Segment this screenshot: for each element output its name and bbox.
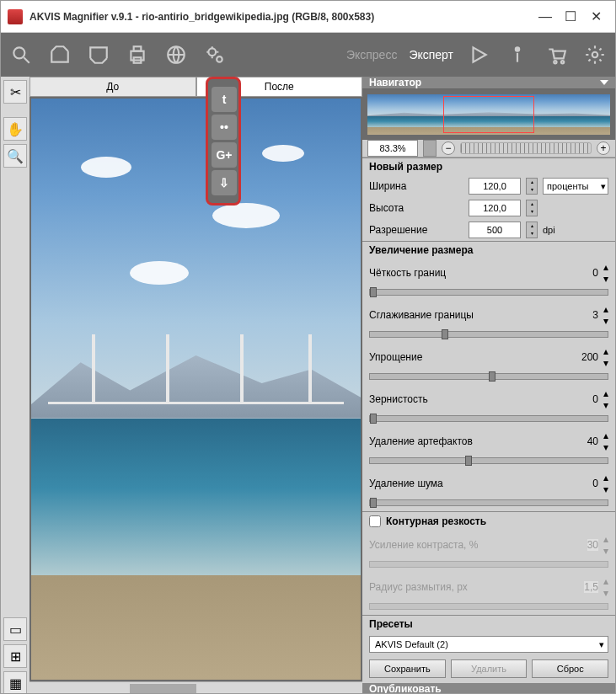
print-icon[interactable] <box>124 41 151 68</box>
save-preset-button[interactable]: Сохранить <box>369 659 446 678</box>
share-twitter-icon[interactable]: t <box>212 87 237 112</box>
artifact-slider[interactable] <box>369 457 608 464</box>
height-input[interactable]: 120,0 <box>469 200 521 216</box>
new-size-title: Новый размер <box>362 158 615 175</box>
svg-rect-3 <box>134 46 142 51</box>
artifact-input[interactable]: 40 <box>587 435 598 447</box>
svg-point-6 <box>208 48 216 56</box>
noise-spinner[interactable]: ▴▾ <box>603 472 608 495</box>
width-label: Ширина <box>369 180 463 192</box>
publish-label: Опубликовать <box>369 683 442 694</box>
share-icon[interactable] <box>163 41 190 68</box>
svg-point-10 <box>554 61 556 63</box>
crop-tool-icon[interactable]: ✂ <box>3 80 27 104</box>
smooth-spinner[interactable]: ▴▾ <box>603 303 608 327</box>
share-popup: t •• G+ ⇩ <box>206 77 241 206</box>
resolution-input[interactable]: 500 <box>469 222 521 238</box>
zoom-slider[interactable] <box>460 142 592 154</box>
horizontal-scrollbar[interactable] <box>29 681 362 694</box>
hand-tool-icon[interactable]: ✋ <box>3 117 27 141</box>
resolution-label: Разрешение <box>369 224 463 236</box>
edge-input[interactable]: 0 <box>592 267 598 279</box>
zoom-out-icon[interactable]: − <box>442 141 455 155</box>
left-toolbar: ✂ ✋ 🔍 ▭ ⊞ ▦ <box>1 77 29 694</box>
collapse-icon[interactable] <box>600 80 608 85</box>
open-icon[interactable] <box>46 41 73 68</box>
svg-point-7 <box>217 56 222 62</box>
width-spinner[interactable]: ▴▾ <box>526 178 538 195</box>
info-icon[interactable] <box>504 41 531 68</box>
close-button[interactable]: ✕ <box>583 7 608 27</box>
resolution-spinner[interactable]: ▴▾ <box>526 222 538 238</box>
edge-label: Чёткость границ <box>369 267 587 279</box>
preset-dropdown[interactable]: AKVIS Default (2) <box>369 636 608 653</box>
artifact-label: Удаление артефактов <box>369 435 582 447</box>
simplify-input[interactable]: 200 <box>581 351 598 363</box>
minimize-button[interactable]: — <box>533 7 558 27</box>
grain-slider[interactable] <box>369 415 608 422</box>
section-enlarge: Увеличение размера Чёткость границ0▴▾ Сг… <box>362 241 615 511</box>
units-dropdown[interactable]: проценты <box>543 178 608 195</box>
navigator-preview[interactable] <box>362 89 615 140</box>
navigator-title: Навигатор <box>369 77 421 88</box>
cart-icon[interactable] <box>543 41 570 68</box>
save-icon[interactable] <box>85 41 112 68</box>
dpi-label: dpi <box>543 225 608 235</box>
section-unsharp: Контурная резкость Усиление контраста, %… <box>362 511 615 615</box>
navigator-header[interactable]: Навигатор <box>362 77 615 89</box>
image-canvas <box>31 99 361 680</box>
width-input[interactable]: 120,0 <box>469 178 521 195</box>
settings-icon[interactable] <box>201 41 228 68</box>
canvas-area: До После <box>29 77 362 694</box>
zoom-dropdown[interactable] <box>423 140 437 157</box>
svg-line-1 <box>24 57 29 63</box>
smooth-slider[interactable] <box>369 331 608 338</box>
canvas-wrap[interactable] <box>29 97 362 681</box>
contrast-slider <box>369 561 608 568</box>
zoom-value[interactable]: 83.3% <box>367 140 418 157</box>
simplify-slider[interactable] <box>369 373 608 380</box>
smooth-label: Сглаживание границы <box>369 309 587 321</box>
share-flickr-icon[interactable]: •• <box>212 115 237 140</box>
enlarge-title: Увеличение размера <box>362 242 615 259</box>
share-dropbox-icon[interactable]: ⇩ <box>212 170 237 195</box>
edge-spinner[interactable]: ▴▾ <box>603 261 608 285</box>
zoom-tool-icon[interactable]: 🔍 <box>3 144 27 168</box>
edge-slider[interactable] <box>369 289 608 296</box>
mode-expert[interactable]: Эксперт <box>409 48 453 61</box>
grain-input[interactable]: 0 <box>592 393 598 405</box>
unsharp-checkbox[interactable] <box>369 515 381 527</box>
window-title: AKVIS Magnifier v.9.1 - rio-antirio_brid… <box>29 11 533 23</box>
reset-preset-button[interactable]: Сброс <box>532 659 608 678</box>
smooth-input[interactable]: 3 <box>592 309 598 321</box>
height-label: Высота <box>369 202 463 214</box>
noise-input[interactable]: 0 <box>592 478 598 489</box>
unsharp-title: Контурная резкость <box>386 515 486 527</box>
share-gplus-icon[interactable]: G+ <box>212 142 237 168</box>
height-spinner[interactable]: ▴▾ <box>526 200 538 216</box>
contrast-input: 30 <box>587 539 598 551</box>
delete-preset-button: Удалить <box>451 659 528 678</box>
app-icon <box>8 9 23 24</box>
publish-header[interactable]: Опубликовать <box>362 683 615 694</box>
mode-express[interactable]: Экспресс <box>346 48 398 61</box>
simplify-label: Упрощение <box>369 351 576 363</box>
tab-before[interactable]: До <box>29 77 196 97</box>
presets-title: Пресеты <box>362 616 615 633</box>
grain-spinner[interactable]: ▴▾ <box>603 387 608 411</box>
artifact-spinner[interactable]: ▴▾ <box>603 430 608 453</box>
svg-point-0 <box>13 47 24 58</box>
zoom-in-icon[interactable]: + <box>597 141 610 155</box>
compare-icon[interactable]: ▭ <box>3 617 27 641</box>
maximize-button[interactable]: ☐ <box>558 7 583 27</box>
split-icon[interactable]: ⊞ <box>3 644 27 668</box>
magnifier-icon[interactable] <box>8 41 35 68</box>
svg-point-12 <box>592 52 598 58</box>
simplify-spinner[interactable]: ▴▾ <box>603 345 608 369</box>
prefs-icon[interactable] <box>581 41 608 68</box>
run-icon[interactable] <box>465 41 492 68</box>
swap-icon[interactable]: ▦ <box>3 671 27 694</box>
contrast-label: Усиление контраста, % <box>369 539 582 551</box>
noise-slider[interactable] <box>369 499 608 506</box>
zoom-controls: 83.3% − + <box>362 140 615 157</box>
